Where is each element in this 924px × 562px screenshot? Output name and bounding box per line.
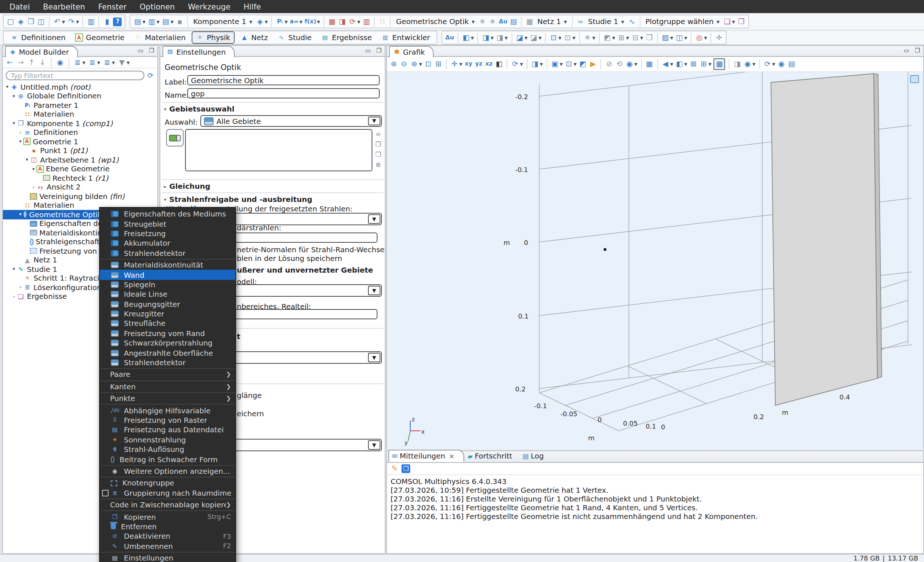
axis-indicator-toggle-button[interactable]: ⊞▼ — [699, 59, 711, 69]
minimize-icon[interactable]: ▭ — [903, 47, 910, 55]
menu-item-umbenennen[interactable]: UmbenennenF2 — [100, 541, 236, 551]
section-gebietsauswahl[interactable]: ▾ Gebietsauswahl — [164, 105, 234, 113]
menu-item-kreuzgitter[interactable]: Kreuzgitter — [100, 309, 236, 319]
menu-item-deaktivieren[interactable]: DeaktivierenF3 — [100, 531, 236, 541]
measure-button[interactable]: ⊞▼ — [617, 33, 629, 42]
chevron-down-icon[interactable]: ▼ — [670, 62, 673, 66]
view-yz-button[interactable]: yz — [475, 59, 483, 69]
menu-item-streugebiet[interactable]: Streugebiet — [100, 219, 236, 229]
show-boundaries-button[interactable]: ◨▼ — [531, 59, 543, 69]
view-xz-button[interactable]: xz — [485, 59, 493, 69]
wireframe-button[interactable]: ▦ — [645, 59, 653, 69]
physics-table-button[interactable]: ▤ — [510, 17, 518, 26]
menu-item-akkumulator[interactable]: Akkumulator — [100, 238, 236, 248]
compute-button[interactable]: = — [576, 17, 584, 26]
physics-selector[interactable]: Geometrische Optik▼ — [394, 18, 476, 26]
checkbox-icon[interactable] — [102, 490, 109, 496]
snapshot-button[interactable]: ⟳▼ — [764, 59, 775, 69]
tree-filter-input[interactable] — [6, 71, 144, 80]
select-box-button[interactable]: ▣▼ — [551, 59, 562, 69]
chevron-down-icon[interactable]: ▼ — [491, 35, 494, 40]
dependent-variable-button[interactable]: Δu — [445, 33, 454, 42]
chevron-down-icon[interactable]: ▼ — [560, 62, 562, 66]
tree-item-ansicht-2[interactable]: ›Ansicht 2 — [3, 183, 158, 192]
menu-item-beitrag-in-schwacher-form[interactable]: Beitrag in Schwacher Form — [100, 454, 236, 464]
selection-listbox[interactable] — [185, 129, 372, 171]
chevron-down-icon[interactable]: ▼ — [171, 19, 173, 24]
functions-button[interactable]: f(x)▼ — [304, 17, 320, 26]
component-selector[interactable]: Komponente 1▼ — [192, 18, 254, 26]
chevron-down-icon[interactable]: ▼ — [97, 60, 100, 65]
menu-item-strahlendetektor[interactable]: Strahlendetektor — [100, 358, 236, 368]
menu-item-einstellungen[interactable]: Einstellungen — [100, 553, 236, 562]
pointer-selection-icon[interactable]: ▶ — [384, 150, 385, 158]
add-physics-button[interactable]: ✳ — [478, 17, 486, 26]
menu-item-ideale-linse[interactable]: Ideale Linse — [100, 289, 236, 299]
menu-item-knotengruppe[interactable]: Knotengruppe — [100, 478, 236, 488]
menu-item-angestrahlte-oberfläche[interactable]: Angestrahlte Oberfläche — [100, 348, 236, 358]
hide-objects-button[interactable]: ⊘ — [605, 59, 613, 69]
chevron-down-icon[interactable]: ▼ — [249, 19, 252, 24]
menu-item-strahlendetektor[interactable]: Strahlendetektor — [100, 248, 236, 258]
evaluate-button[interactable]: ⊟▼ — [632, 33, 643, 42]
expand-icon[interactable]: › — [31, 185, 36, 190]
expand-icon[interactable]: › — [11, 294, 17, 300]
menu-werkzeuge[interactable]: Werkzeuge — [182, 0, 237, 13]
menu-item-sonnenstrahlung[interactable]: Sonnenstrahlung — [100, 435, 236, 445]
zoom-to-selection-icon[interactable]: ⊕ — [374, 160, 382, 168]
collapse-icon[interactable]: ▾ — [11, 266, 17, 272]
mesh-node-button[interactable]: ▦ — [526, 17, 534, 26]
new-file-button[interactable]: ▢ — [6, 17, 15, 26]
menu-item-kopieren[interactable]: KopierenStrg+C — [100, 512, 236, 522]
tree-item-rechteck-1[interactable]: Rechteck 1(r1) — [3, 173, 158, 183]
color-palette-button[interactable]: ◉▼ — [744, 59, 755, 69]
graphics-context-icon[interactable] — [910, 75, 919, 83]
image-capture-button[interactable]: ◉ — [777, 59, 786, 69]
chevron-down-icon[interactable]: ▼ — [368, 440, 380, 450]
zoom-out-button[interactable]: ⊖ — [400, 59, 408, 69]
tree-item-ebene-geometrie[interactable]: ▾Ebene Geometrie — [3, 164, 158, 173]
collapse-all-button[interactable]: ≣▼ — [74, 57, 85, 67]
add-global-node-button[interactable]: ▥▼ — [148, 17, 159, 26]
collapse-icon[interactable]: ▾ — [11, 121, 17, 126]
chevron-down-icon[interactable]: ▼ — [708, 62, 711, 66]
dependent-variables-button[interactable]: Δu — [499, 17, 507, 26]
tab-mitteilungen[interactable]: ✉Mitteilungen× — [388, 450, 464, 462]
add-node-button[interactable]: ▤▼ — [162, 17, 173, 26]
add-component-button[interactable]: ▤▼ — [134, 17, 146, 26]
import-table-button[interactable]: ◨ — [338, 17, 346, 26]
minimize-icon[interactable]: ▭ — [137, 47, 144, 55]
chevron-down-icon[interactable]: ▼ — [317, 19, 320, 24]
tree-item-definitionen[interactable]: ›Definitionen — [3, 128, 158, 137]
maximize-icon[interactable]: ❐ — [148, 47, 155, 55]
chevron-down-icon[interactable]: ▼ — [634, 62, 637, 66]
scene-light-button[interactable]: ◀▼ — [661, 59, 673, 69]
chevron-down-icon[interactable]: ▼ — [772, 62, 775, 66]
label-input[interactable]: Geometrische Optik — [187, 75, 380, 85]
antenna-button[interactable]: ✛ — [715, 33, 723, 42]
view-xy-button[interactable]: xy — [465, 59, 472, 69]
up-button[interactable]: ↑ — [28, 57, 36, 67]
plotgroup-selector[interactable]: Plotgruppe wählen▼ — [644, 18, 721, 26]
chevron-down-icon[interactable]: ▼ — [264, 19, 267, 24]
menu-item-freisetzung-aus-datendatei[interactable]: Freisetzung aus Datendatei — [100, 425, 236, 435]
float-window-button[interactable]: ❐ — [402, 464, 410, 473]
chevron-down-icon[interactable]: ▼ — [538, 35, 542, 40]
undo-button[interactable]: ↶▼ — [53, 17, 65, 26]
chevron-down-icon[interactable]: ▼ — [285, 19, 288, 24]
model-wizard-button[interactable]: ◈ — [17, 17, 25, 26]
update-solution-button[interactable]: ▥ — [87, 17, 95, 26]
ribbon-tab-entwickler[interactable]: ▥Entwickler — [378, 32, 434, 43]
auswahl-combobox[interactable]: Alle Gebiete ▼ — [200, 115, 382, 127]
menu-item-kanten[interactable]: Kanten❯ — [100, 382, 236, 391]
goal-button[interactable]: ◎▼ — [695, 33, 707, 42]
menu-item-materialdiskontinuität[interactable]: Materialdiskontinuität — [100, 260, 236, 270]
menu-item-eigenschaften-des-mediums[interactable]: Eigenschaften des Mediums — [100, 209, 236, 219]
graphics-tab[interactable]: ● Grafik — [389, 46, 434, 57]
select-pointer-button[interactable]: ▶ — [589, 59, 597, 69]
redo-button[interactable]: ↷▼ — [67, 17, 79, 26]
stop-button[interactable]: ▪ — [176, 17, 184, 26]
chevron-down-icon[interactable]: ▼ — [419, 62, 422, 66]
zoom-selected-button[interactable]: ⊞ — [434, 59, 442, 69]
component-button[interactable]: ◈▼ — [256, 17, 267, 26]
